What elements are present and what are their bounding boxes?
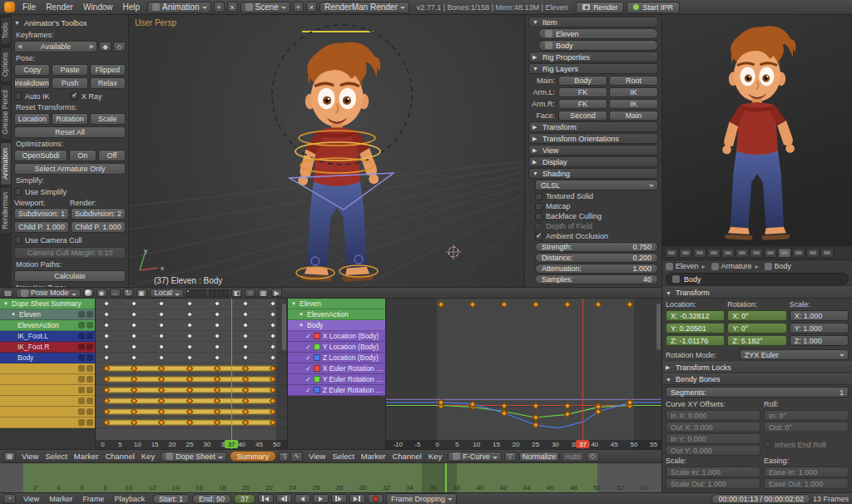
bone-name-field[interactable]: Body <box>666 273 849 285</box>
play-button[interactable] <box>313 494 329 503</box>
timeline[interactable]: 2468101214161820222426283032343638404244… <box>0 462 661 492</box>
keyframe-point[interactable] <box>627 301 633 308</box>
collapsed-panel-header[interactable]: ▶Display <box>528 156 658 167</box>
shading-toggle[interactable]: Ambient Occlusion <box>535 231 658 241</box>
mute-icon[interactable] <box>78 311 85 318</box>
rig-layer-button[interactable]: IK <box>609 99 658 109</box>
keyframe-diamond[interactable] <box>102 354 109 361</box>
keyframe-diamond[interactable] <box>214 311 220 318</box>
keyframe-diamond[interactable] <box>242 343 249 350</box>
shading-toggle[interactable]: Textured Solid <box>535 191 658 201</box>
keyframe-diamond[interactable] <box>158 354 165 361</box>
curve-offset-field[interactable]: Out Y: 0.000 <box>666 445 760 456</box>
rig-layer-button[interactable]: FK <box>558 99 607 109</box>
dope-sheet-channel-list[interactable]: ▼Dope Sheet Summary▼ElevenElevenActionIK… <box>0 299 96 449</box>
channel-row[interactable]: ▼Eleven <box>288 299 385 309</box>
normalize-button[interactable]: Normalize <box>519 452 560 462</box>
keyframe-diamond[interactable] <box>186 354 193 361</box>
viewport-shading-select[interactable] <box>83 289 94 297</box>
keyframe-point[interactable] <box>532 301 538 308</box>
expand-arrow-icon[interactable]: ▼ <box>298 312 305 317</box>
tab-physics-icon[interactable] <box>820 248 834 258</box>
tab-material-icon[interactable] <box>792 248 805 258</box>
editor-type-select[interactable]: ∿ <box>290 452 303 462</box>
keyframe-diamond[interactable] <box>270 354 276 361</box>
collapsed-panel-header[interactable]: ▶View <box>528 145 658 156</box>
bendy-scale-field[interactable]: Scale Out: 1.000 <box>666 478 760 489</box>
keyframe-point[interactable] <box>532 414 538 421</box>
keyframe-diamond[interactable] <box>270 333 276 339</box>
child-particles-viewport-field[interactable]: Child P. 1.000 <box>14 221 69 233</box>
keyframe-diamond[interactable] <box>131 354 137 361</box>
rig-layer-button[interactable]: Second <box>558 111 607 121</box>
keyframe-diamond[interactable] <box>186 311 193 318</box>
expand-arrow-icon[interactable]: ▼ <box>2 301 9 306</box>
prev-keyframe-button[interactable] <box>276 494 292 503</box>
shading-mode-select[interactable]: GLSL <box>535 180 658 190</box>
keyframe-point[interactable] <box>563 402 570 408</box>
menu-item[interactable]: Marker <box>71 452 102 461</box>
keyframe-diamond[interactable] <box>158 322 165 329</box>
filter-icon[interactable]: ▽ <box>279 452 287 462</box>
layers-widget-2[interactable] <box>209 289 229 297</box>
lock-icon[interactable] <box>87 311 93 318</box>
menu-item[interactable]: View <box>18 452 42 461</box>
insert-key-button[interactable]: ◆ <box>99 42 111 52</box>
keyframe-diamond[interactable] <box>214 300 220 307</box>
keyframe-point[interactable] <box>563 301 570 308</box>
breadcrumb-item[interactable]: Eleven <box>666 262 699 270</box>
snap-magnet-icon[interactable]: ∩ <box>245 289 255 297</box>
cycle-left-icon[interactable]: ◀ <box>15 43 24 50</box>
curve-offset-field[interactable]: In X: 0.000 <box>666 410 760 421</box>
menu-item[interactable]: View <box>18 494 44 504</box>
lock-icon[interactable] <box>87 408 93 415</box>
keyframe-diamond[interactable] <box>186 300 193 307</box>
toolshelf-tab[interactable]: Tools <box>0 17 12 45</box>
render-engine-select[interactable]: RenderMan Render <box>320 2 409 13</box>
mute-icon[interactable] <box>78 343 85 350</box>
auto-normalize-button[interactable]: Auto <box>562 452 584 462</box>
bendy-ease-field[interactable]: Ease In: 1.000 <box>764 467 849 477</box>
keyframe-diamond[interactable] <box>158 311 165 318</box>
scale-field[interactable]: X: 1.000 <box>790 310 849 321</box>
channel-enable-checkbox[interactable]: ✓ <box>305 333 311 340</box>
location-field[interactable]: Y: 0.20501 <box>666 323 725 334</box>
keyframe-diamond[interactable] <box>131 333 137 339</box>
rotation-field[interactable]: Y: 0° <box>727 323 786 334</box>
keyframe-diamond[interactable] <box>242 322 249 329</box>
lock-icon[interactable]: ◧ <box>231 289 242 297</box>
blender-logo-icon[interactable] <box>4 2 15 12</box>
keyframe-diamond[interactable] <box>242 311 249 318</box>
keyframe-diamond[interactable] <box>186 343 193 350</box>
mute-icon[interactable] <box>78 322 85 329</box>
tab-constraints-icon[interactable] <box>736 248 749 258</box>
transform-locks-header[interactable]: ▶Transform Locks <box>662 362 852 373</box>
rig-layer-button[interactable]: FK <box>558 87 607 97</box>
keyframe-diamond[interactable] <box>270 300 276 307</box>
lock-icon[interactable] <box>87 365 93 372</box>
shading-toggle[interactable]: Backface Culling <box>535 211 658 221</box>
inherit-end-roll-toggle[interactable]: Inherit End Roll <box>764 433 849 456</box>
breakdown-button[interactable]: Breakdown.. <box>14 77 50 89</box>
breadcrumb-item[interactable]: Armature <box>699 262 752 270</box>
tab-modifiers-icon[interactable] <box>750 248 763 258</box>
graph-current-frame-line[interactable] <box>582 299 583 449</box>
render-button[interactable]: Render <box>576 2 625 13</box>
channel-row[interactable]: ✓Z Location (Body) <box>288 353 385 363</box>
menu-item[interactable]: Select <box>329 452 357 461</box>
keyframe-diamond[interactable] <box>102 343 109 350</box>
transform-orientation-select[interactable]: Local <box>150 289 185 298</box>
keyframe-diamond[interactable] <box>102 333 109 339</box>
shading-toggle[interactable]: Matcap <box>535 201 658 211</box>
editor-type-select[interactable]: ▦ <box>3 452 16 462</box>
tab-object-icon[interactable] <box>721 248 735 258</box>
keyframe-diamond[interactable] <box>214 343 220 350</box>
menu-item[interactable]: Key <box>425 452 445 461</box>
rig-widgets[interactable] <box>129 15 524 287</box>
menu-item[interactable]: Marker <box>44 494 77 504</box>
shading-value-field[interactable]: Samples:40 <box>535 274 658 284</box>
rig-properties-header[interactable]: ▶Rig Properties <box>528 52 658 62</box>
menu-item[interactable]: Select <box>42 452 70 461</box>
segments-field[interactable]: Segments:1 <box>666 387 849 398</box>
toolshelf-tab[interactable]: Grease Pencil <box>0 84 12 140</box>
